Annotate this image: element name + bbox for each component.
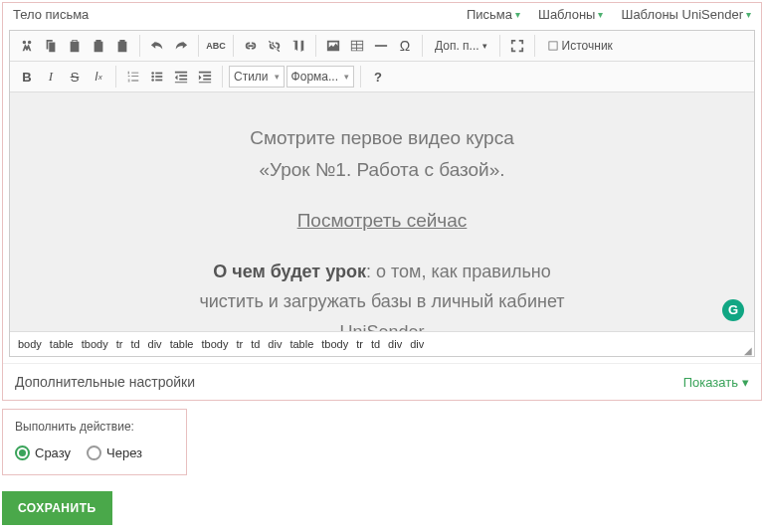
path-item[interactable]: body	[18, 338, 42, 350]
additional-settings: Дополнительные настройки Показать▾	[3, 363, 761, 400]
radio-delayed[interactable]: Через	[87, 445, 142, 460]
image-icon[interactable]	[322, 35, 344, 57]
execute-action-panel: Выполнить действие: Сразу Через	[2, 409, 187, 475]
maximize-icon[interactable]	[506, 35, 528, 57]
chevron-down-icon: ▾	[746, 9, 751, 20]
help-icon[interactable]: ?	[367, 66, 389, 88]
link-icon[interactable]	[240, 35, 262, 57]
spellcheck-icon[interactable]: ABC	[205, 35, 227, 57]
anchor-icon[interactable]	[287, 35, 309, 57]
unlink-icon[interactable]	[264, 35, 286, 57]
panel-header: Тело письма Письма▾ Шаблоны▾ Шаблоны Uni…	[3, 3, 761, 24]
tab-letters[interactable]: Письма▾	[467, 7, 520, 22]
content-line: «Урок №1. Работа с базой».	[50, 154, 714, 186]
path-item[interactable]: div	[410, 338, 424, 350]
bullet-list-icon[interactable]	[146, 66, 168, 88]
panel-title: Тело письма	[13, 7, 467, 22]
path-item[interactable]: tbody	[321, 338, 348, 350]
show-toggle[interactable]: Показать▾	[683, 375, 749, 390]
path-item[interactable]: td	[130, 338, 139, 350]
outdent-icon[interactable]	[170, 66, 192, 88]
path-item[interactable]: td	[371, 338, 380, 350]
action-radios: Сразу Через	[15, 445, 174, 460]
path-item[interactable]: tr	[356, 338, 363, 350]
strike-icon[interactable]: S	[64, 66, 86, 88]
toolbar-row-2: B I S Ix Стили▾ Форма...▾ ?	[10, 62, 754, 92]
svg-point-2	[151, 79, 154, 82]
chevron-down-icon: ▾	[742, 375, 749, 390]
svg-point-0	[151, 72, 154, 75]
content-line: О чем будет урок: о том, как правильно	[50, 257, 714, 287]
tab-templates[interactable]: Шаблоны▾	[538, 7, 604, 22]
styles-select[interactable]: Стили▾	[229, 66, 285, 88]
path-item[interactable]: tr	[116, 338, 123, 350]
toolbar-row-1: ABC Ω Доп. п...▾ Источник	[10, 31, 754, 62]
indent-icon[interactable]	[194, 66, 216, 88]
content-link[interactable]: Посмотреть сейчас	[297, 205, 468, 237]
format-select[interactable]: Форма...▾	[286, 66, 354, 88]
path-item[interactable]: div	[268, 338, 282, 350]
more-dropdown[interactable]: Доп. п...▾	[429, 35, 493, 57]
path-item[interactable]: tbody	[201, 338, 228, 350]
path-item[interactable]: td	[251, 338, 260, 350]
settings-label: Дополнительные настройки	[15, 374, 683, 390]
rich-text-editor: ABC Ω Доп. п...▾ Источник	[9, 30, 755, 357]
content-line: UniSender	[50, 317, 714, 331]
source-button[interactable]: Источник	[541, 35, 619, 57]
svg-point-1	[151, 76, 154, 79]
path-item[interactable]: div	[388, 338, 402, 350]
italic-icon[interactable]: I	[40, 66, 62, 88]
action-question: Выполнить действие:	[15, 420, 174, 434]
chevron-down-icon: ▾	[515, 9, 520, 20]
table-icon[interactable]	[346, 35, 368, 57]
copy-icon[interactable]	[40, 35, 62, 57]
paste-icon[interactable]	[64, 35, 86, 57]
numbered-list-icon[interactable]	[122, 66, 144, 88]
content-line: Смотрите первое видео курса	[50, 122, 714, 154]
radio-immediately[interactable]: Сразу	[15, 445, 71, 460]
save-button[interactable]: СОХРАНИТЬ	[2, 491, 112, 525]
email-body-panel: Тело письма Письма▾ Шаблоны▾ Шаблоны Uni…	[2, 2, 762, 401]
chevron-down-icon: ▾	[598, 9, 603, 20]
path-item[interactable]: table	[50, 338, 74, 350]
tab-unisender-templates[interactable]: Шаблоны UniSender▾	[621, 7, 751, 22]
cut-icon[interactable]	[16, 35, 38, 57]
path-item[interactable]: table	[289, 338, 313, 350]
undo-icon[interactable]	[146, 35, 168, 57]
remove-format-icon[interactable]: Ix	[88, 66, 109, 88]
grammarly-icon[interactable]: G	[722, 299, 744, 321]
path-item[interactable]: table	[170, 338, 194, 350]
special-char-icon[interactable]: Ω	[394, 35, 416, 57]
path-item[interactable]: tr	[236, 338, 243, 350]
resize-handle-icon[interactable]	[740, 342, 752, 354]
redo-icon[interactable]	[170, 35, 192, 57]
header-tabs: Письма▾ Шаблоны▾ Шаблоны UniSender▾	[467, 7, 751, 22]
element-path: body table tbody tr td div table tbody t…	[10, 331, 754, 356]
bold-icon[interactable]: B	[16, 66, 38, 88]
paste-text-icon[interactable]	[88, 35, 109, 57]
hr-icon[interactable]	[370, 35, 392, 57]
editor-content[interactable]: Смотрите первое видео курса «Урок №1. Ра…	[10, 92, 754, 331]
path-item[interactable]: tbody	[82, 338, 108, 350]
content-line: чистить и загружать базы в личный кабине…	[50, 286, 714, 317]
paste-word-icon[interactable]	[111, 35, 133, 57]
path-item[interactable]: div	[148, 338, 162, 350]
